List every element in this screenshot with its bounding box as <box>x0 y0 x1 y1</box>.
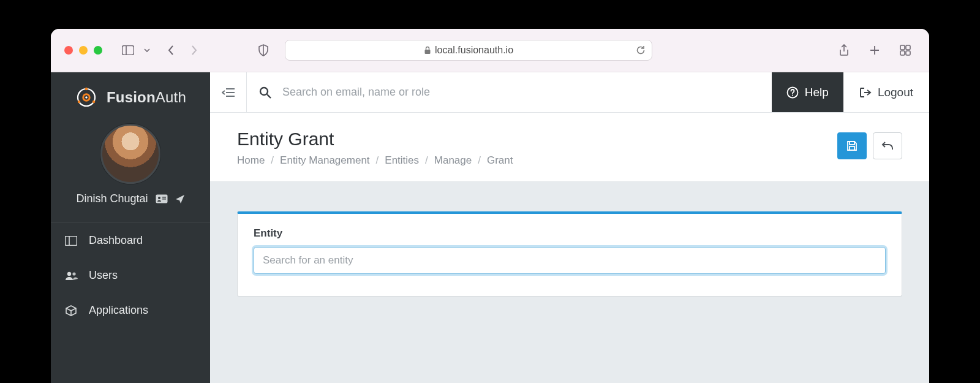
sidebar: FusionAuth Dinish Chugtai Da <box>51 72 210 383</box>
back-button-action[interactable] <box>873 132 902 159</box>
share-icon[interactable] <box>834 40 854 60</box>
logout-button[interactable]: Logout <box>843 72 929 112</box>
svg-point-11 <box>78 100 80 103</box>
svg-line-25 <box>267 94 271 98</box>
brand-logo[interactable]: FusionAuth <box>51 72 210 116</box>
save-button[interactable] <box>837 132 867 159</box>
chevron-down-icon[interactable] <box>139 40 155 60</box>
breadcrumb: Home / Entity Management / Entities / Ma… <box>237 154 902 167</box>
svg-point-10 <box>85 88 88 90</box>
svg-rect-5 <box>900 51 905 55</box>
help-button[interactable]: Help <box>772 72 843 112</box>
sidebar-item-applications[interactable]: Applications <box>51 293 210 328</box>
svg-point-27 <box>792 94 793 96</box>
svg-point-12 <box>92 100 95 103</box>
svg-rect-28 <box>850 142 854 145</box>
header-actions <box>837 132 902 159</box>
username-text: Dinish Chugtai <box>76 192 148 205</box>
svg-rect-6 <box>906 51 910 55</box>
breadcrumb-item[interactable]: Home <box>237 154 265 167</box>
page-header: Entity Grant Home / Entity Management / … <box>210 113 929 182</box>
sidebar-toggle-icon[interactable] <box>117 40 139 60</box>
sidebar-item-dashboard[interactable]: Dashboard <box>51 223 210 258</box>
avatar[interactable] <box>100 124 160 184</box>
svg-rect-0 <box>123 46 134 55</box>
svg-point-14 <box>158 197 160 199</box>
svg-rect-17 <box>66 236 77 245</box>
app-shell: FusionAuth Dinish Chugtai Da <box>51 72 929 383</box>
users-icon <box>64 271 78 281</box>
url-text: local.fusionauth.io <box>435 45 513 56</box>
logout-label: Logout <box>878 86 913 99</box>
sidebar-item-label: Dashboard <box>89 234 143 247</box>
sidebar-nav: Dashboard Users Applications <box>51 222 210 328</box>
search-input[interactable] <box>282 86 760 99</box>
brand-name: FusionAuth <box>107 89 186 106</box>
svg-point-19 <box>67 271 71 275</box>
minimize-window-button[interactable] <box>79 46 88 55</box>
search-icon <box>259 86 271 99</box>
shield-icon[interactable] <box>253 40 274 60</box>
svg-point-24 <box>260 88 268 95</box>
collapse-sidebar-button[interactable] <box>210 72 247 112</box>
browser-window: local.fusionauth.io <box>51 29 929 383</box>
close-window-button[interactable] <box>64 46 73 55</box>
topbar: Help Logout <box>210 72 929 113</box>
username-row: Dinish Chugtai <box>51 184 210 222</box>
tabs-overview-icon[interactable] <box>895 40 916 60</box>
breadcrumb-item[interactable]: Entity Management <box>280 154 369 167</box>
forward-button[interactable] <box>184 40 204 60</box>
back-button[interactable] <box>161 40 181 60</box>
entity-search-input[interactable] <box>254 247 886 274</box>
help-icon <box>786 86 799 99</box>
svg-rect-4 <box>906 45 910 50</box>
new-tab-icon[interactable] <box>864 40 885 60</box>
location-arrow-icon[interactable] <box>175 194 185 204</box>
cube-icon <box>64 305 78 317</box>
logo-mark-icon <box>75 86 98 109</box>
svg-rect-29 <box>850 146 854 150</box>
entity-label: Entity <box>254 227 886 240</box>
svg-point-9 <box>85 96 88 99</box>
svg-rect-2 <box>424 50 430 54</box>
sidebar-item-label: Applications <box>89 304 148 317</box>
logout-icon <box>859 87 872 98</box>
id-card-icon[interactable] <box>156 194 168 203</box>
dashboard-icon <box>64 236 78 246</box>
window-controls <box>64 46 102 55</box>
lock-icon <box>424 46 431 55</box>
breadcrumb-item[interactable]: Manage <box>434 154 472 167</box>
svg-rect-3 <box>900 45 905 50</box>
sidebar-item-users[interactable]: Users <box>51 258 210 293</box>
sidebar-item-label: Users <box>89 269 118 282</box>
main-content: Help Logout Entity Grant Home / Entity M… <box>210 72 929 383</box>
breadcrumb-item[interactable]: Entities <box>385 154 419 167</box>
svg-rect-16 <box>162 199 166 200</box>
save-icon <box>846 140 858 152</box>
svg-rect-15 <box>162 197 166 198</box>
reload-icon[interactable] <box>636 45 646 55</box>
svg-point-20 <box>72 272 75 275</box>
breadcrumb-item: Grant <box>487 154 513 167</box>
browser-chrome: local.fusionauth.io <box>51 29 929 72</box>
help-label: Help <box>805 86 829 99</box>
content-area: Entity <box>210 182 929 383</box>
page-title: Entity Grant <box>237 129 902 150</box>
global-search <box>247 72 772 112</box>
maximize-window-button[interactable] <box>94 46 102 55</box>
form-panel: Entity <box>237 211 902 297</box>
undo-icon <box>881 141 894 151</box>
address-bar[interactable]: local.fusionauth.io <box>285 40 652 61</box>
